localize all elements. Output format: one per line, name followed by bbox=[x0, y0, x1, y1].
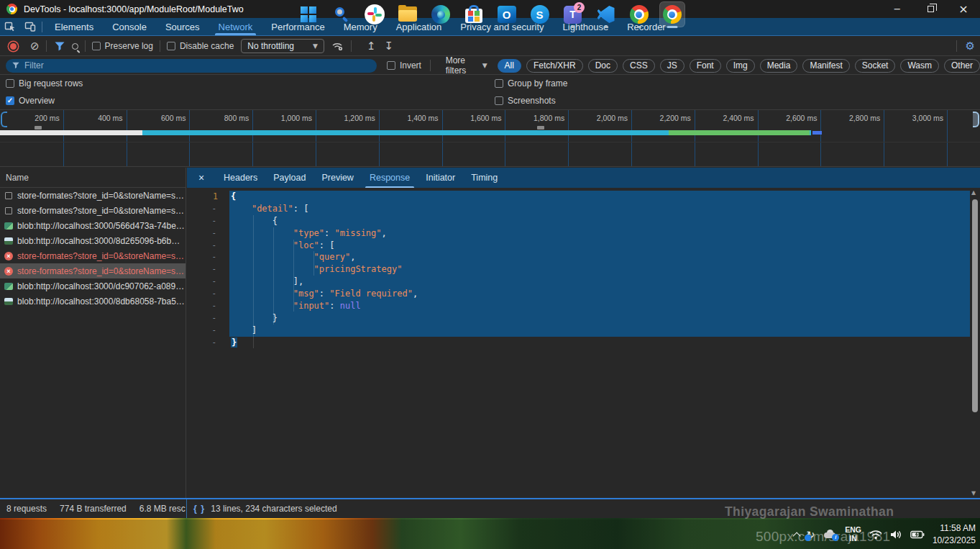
scroll-down-icon[interactable]: ▼ bbox=[971, 490, 976, 496]
slack-button[interactable] bbox=[362, 1, 388, 27]
table-row[interactable]: blob:http://localhost:3000/566d473a-74be… bbox=[0, 218, 186, 233]
tab-console[interactable]: Console bbox=[103, 18, 156, 35]
code-token: , bbox=[382, 228, 387, 238]
group-by-frame-checkbox[interactable] bbox=[495, 79, 503, 88]
filter-chip-all[interactable]: All bbox=[498, 59, 521, 73]
code-line: "type": "missing", bbox=[229, 227, 970, 240]
record-icon[interactable] bbox=[10, 43, 17, 50]
timeline-tick-label: 1,200 ms bbox=[344, 114, 375, 122]
more-filters-button[interactable]: More filters ▼ bbox=[446, 55, 487, 76]
table-row[interactable]: blob:http://localhost:3000/8db68058-7ba5… bbox=[0, 294, 186, 309]
teams-button[interactable]: T 2 bbox=[560, 1, 586, 27]
code-line: "msg": "Field required", bbox=[229, 288, 970, 300]
network-conditions-icon[interactable] bbox=[331, 41, 344, 51]
volume-icon[interactable] bbox=[890, 530, 902, 540]
request-name: blob:http://localhost:3000/dc907062-a089… bbox=[17, 281, 184, 291]
file-explorer-button[interactable] bbox=[395, 1, 421, 27]
line-number: - bbox=[187, 276, 229, 288]
language-indicator[interactable]: ENG IN bbox=[845, 526, 861, 542]
timeline-gridline bbox=[758, 110, 759, 167]
preserve-log-checkbox[interactable] bbox=[92, 42, 101, 50]
clock[interactable]: 11:58 AM 10/23/2025 bbox=[933, 522, 976, 545]
filter-chip-wasm[interactable]: Wasm bbox=[900, 59, 939, 73]
search-icon[interactable] bbox=[72, 43, 78, 50]
detail-tab-initiator[interactable]: Initiator bbox=[418, 168, 463, 188]
close-detail-icon[interactable]: × bbox=[187, 168, 216, 188]
name-column-header[interactable]: Name bbox=[0, 168, 186, 188]
overview-left-handle[interactable] bbox=[1, 112, 7, 127]
close-button[interactable]: × bbox=[947, 0, 980, 18]
sync-tray-icon[interactable]: ↻ bbox=[806, 529, 815, 540]
table-row[interactable]: blob:http://localhost:3000/dc907062-a089… bbox=[0, 278, 186, 294]
network-overview-timeline[interactable]: 200 ms400 ms600 ms800 ms1,000 ms1,200 ms… bbox=[0, 109, 980, 167]
big-request-rows-checkbox[interactable] bbox=[6, 79, 14, 88]
restore-button[interactable] bbox=[914, 0, 947, 18]
onedrive-tray-icon[interactable]: i bbox=[823, 530, 837, 539]
filter-chip-manifest[interactable]: Manifest bbox=[802, 59, 849, 73]
line-number: - bbox=[187, 251, 229, 263]
tab-elements[interactable]: Elements bbox=[45, 18, 103, 35]
table-row[interactable]: store-formates?store_id=0&storeName=s… bbox=[0, 188, 186, 203]
device-toolbar-icon[interactable] bbox=[20, 18, 40, 35]
network-options-row-1: Big request rows Group by frame bbox=[0, 75, 980, 92]
filter-chip-font[interactable]: Font bbox=[690, 59, 721, 73]
code-line: ] bbox=[229, 325, 970, 337]
tray-chevron-up-icon[interactable] bbox=[793, 532, 801, 540]
code-line: } bbox=[229, 312, 970, 325]
throttling-select[interactable]: No throttling ▼ bbox=[241, 39, 324, 53]
screenshots-checkbox[interactable] bbox=[495, 96, 503, 105]
table-row[interactable]: blob:http://localhost:3000/8d265096-b6b… bbox=[0, 233, 186, 248]
inspect-element-icon[interactable] bbox=[0, 18, 20, 35]
filter-chip-doc[interactable]: Doc bbox=[588, 59, 618, 73]
filter-chip-socket[interactable]: Socket bbox=[855, 59, 896, 73]
outlook-button[interactable]: O bbox=[494, 1, 520, 27]
scrollbar[interactable]: ▲ ▼ bbox=[971, 189, 979, 496]
network-settings-gear-icon[interactable]: ⚙ bbox=[966, 40, 975, 53]
detail-tab-headers[interactable]: Headers bbox=[216, 168, 265, 188]
vscode-button[interactable] bbox=[593, 1, 619, 27]
filter-chip-fetch-xhr[interactable]: Fetch/XHR bbox=[526, 59, 583, 73]
disable-cache-checkbox[interactable] bbox=[167, 42, 175, 50]
tab-network[interactable]: Network bbox=[209, 18, 262, 35]
chrome-logo-icon bbox=[6, 4, 17, 14]
code-token bbox=[231, 325, 252, 335]
minimize-button[interactable]: − bbox=[881, 0, 914, 18]
response-editor[interactable]: 1------------ { "detail": [ { "type": "m… bbox=[187, 188, 980, 498]
export-har-icon[interactable]: ↥ bbox=[367, 40, 376, 53]
skype-button[interactable]: S bbox=[527, 1, 553, 27]
scroll-up-icon[interactable]: ▲ bbox=[971, 189, 976, 196]
filter-chip-other[interactable]: Other bbox=[944, 59, 980, 73]
detail-tab-preview[interactable]: Preview bbox=[313, 168, 361, 188]
battery-icon[interactable] bbox=[910, 530, 925, 539]
timeline-gridline bbox=[189, 110, 190, 167]
table-row[interactable]: store-formates?store_id=0&storeName=s… bbox=[0, 203, 186, 218]
scrollbar-thumb[interactable] bbox=[972, 199, 978, 412]
invert-checkbox[interactable] bbox=[387, 61, 395, 70]
table-row[interactable]: ×store-formates?store_id=0&storeName=s… bbox=[0, 248, 186, 263]
filter-chip-css[interactable]: CSS bbox=[623, 59, 655, 73]
import-har-icon[interactable]: ↧ bbox=[385, 40, 394, 53]
chrome-button[interactable] bbox=[626, 1, 652, 27]
code-token: { bbox=[273, 216, 278, 226]
wifi-icon[interactable] bbox=[869, 530, 882, 540]
filter-funnel-icon[interactable] bbox=[55, 42, 65, 51]
code-line: "loc": [ bbox=[229, 240, 970, 252]
detail-tab-response[interactable]: Response bbox=[362, 168, 418, 188]
ms-store-button[interactable] bbox=[461, 1, 487, 27]
filter-chip-js[interactable]: JS bbox=[660, 59, 684, 73]
edge-button[interactable] bbox=[428, 1, 454, 27]
filter-input[interactable]: Filter bbox=[6, 59, 377, 73]
start-button[interactable] bbox=[296, 1, 321, 27]
clear-icon[interactable]: ⊘ bbox=[30, 41, 40, 52]
detail-tab-timing[interactable]: Timing bbox=[463, 168, 505, 188]
request-table: Name store-formates?store_id=0&storeName… bbox=[0, 168, 186, 498]
detail-tab-payload[interactable]: Payload bbox=[265, 168, 313, 188]
tab-sources[interactable]: Sources bbox=[156, 18, 209, 35]
overview-checkbox[interactable]: ✓ bbox=[6, 96, 14, 105]
overview-right-handle[interactable] bbox=[973, 112, 979, 127]
chrome-button-active[interactable] bbox=[659, 1, 685, 27]
taskbar-search-button[interactable] bbox=[329, 1, 354, 27]
filter-chip-media[interactable]: Media bbox=[760, 59, 798, 73]
filter-chip-img[interactable]: Img bbox=[726, 59, 755, 73]
table-row[interactable]: ×store-formates?store_id=0&storeName=s… bbox=[0, 263, 186, 278]
